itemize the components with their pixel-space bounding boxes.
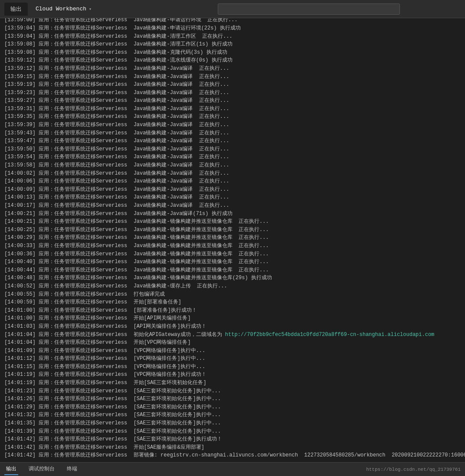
log-line: [13:59:50] 应用：任务管理系统迁移Serverless Java镜像构… [4, 145, 461, 153]
log-line: [13:59:00] 应用：任务管理系统迁移Serverless Java镜像构… [4, 18, 461, 24]
log-line: [14:00:48] 应用：任务管理系统迁移Serverless Java镜像构… [4, 274, 461, 282]
bottom-bar: 输出 调试控制台 终端 https://blog.csdn.net/qq_217… [0, 462, 465, 476]
log-line: [14:00:59] 应用：任务管理系统迁移Serverless 开始[部署准备… [4, 298, 461, 306]
log-line: [14:01:23] 应用：任务管理系统迁移Serverless [SAE三套环… [4, 387, 461, 395]
cloud-workbench-label: Cloud Workbench [36, 6, 86, 12]
log-line: [14:00:21] 应用：任务管理系统迁移Serverless Java镜像构… [4, 218, 461, 226]
log-line: [14:01:32] 应用：任务管理系统迁移Serverless [SAE三套环… [4, 411, 461, 419]
bottom-url: https://blog.csdn.net/qq_21739761 [366, 467, 461, 472]
tab-output[interactable]: 输出 [4, 3, 28, 16]
log-line: [14:01:35] 应用：任务管理系统迁移Serverless [SAE三套环… [4, 419, 461, 427]
log-line: [13:59:43] 应用：任务管理系统迁移Serverless Java镜像构… [4, 129, 461, 137]
log-line: [14:00:29] 应用：任务管理系统迁移Serverless Java镜像构… [4, 234, 461, 242]
chevron-down-icon: ▾ [89, 7, 92, 12]
log-line: [14:00:17] 应用：任务管理系统迁移Serverless Java镜像构… [4, 202, 461, 210]
log-line: [14:01:04] 应用：任务管理系统迁移Serverless 初始化APIG… [4, 331, 461, 339]
log-line: [14:01:19] 应用：任务管理系统迁移Serverless 开始[SAE三… [4, 379, 461, 387]
bottom-tab-debug[interactable]: 调试控制台 [27, 463, 56, 475]
log-line: [13:59:23] 应用：任务管理系统迁移Serverless Java镜像构… [4, 89, 461, 97]
log-line: [14:01:39] 应用：任务管理系统迁移Serverless [SAE三套环… [4, 427, 461, 436]
log-line: [13:59:35] 应用：任务管理系统迁移Serverless Java镜像构… [4, 113, 461, 121]
log-line: [14:00:40] 应用：任务管理系统迁移Serverless Java镜像构… [4, 258, 461, 266]
log-line: [13:59:08] 应用：任务管理系统迁移Serverless Java镜像构… [4, 40, 461, 49]
log-line: [13:59:04] 应用：任务管理系统迁移Serverless Java镜像构… [4, 24, 461, 33]
log-line: [14:01:15] 应用：任务管理系统迁移Serverless [VPC网络编… [4, 363, 461, 371]
bottom-tab-terminal[interactable]: 终端 [65, 463, 79, 475]
log-line: [13:59:39] 应用：任务管理系统迁移Serverless Java镜像构… [4, 121, 461, 129]
log-line: [14:00:25] 应用：任务管理系统迁移Serverless Java镜像构… [4, 226, 461, 234]
log-line: [13:59:19] 应用：任务管理系统迁移Serverless Java镜像构… [4, 81, 461, 89]
log-line: [14:01:19] 应用：任务管理系统迁移Serverless [VPC网络编… [4, 371, 461, 379]
log-line: [14:00:02] 应用：任务管理系统迁移Serverless Java镜像构… [4, 170, 461, 178]
log-line: [14:00:33] 应用：任务管理系统迁移Serverless Java镜像构… [4, 242, 461, 250]
log-output: 开始部署...发送部署任务完成...[13:58:38] 应用：任务管理系统迁移… [0, 18, 465, 462]
tab-output-label: 输出 [10, 5, 22, 13]
log-line: [14:01:00] 应用：任务管理系统迁移Serverless 开始[API网… [4, 314, 461, 323]
bottom-tabs: 输出 调试控制台 终端 [4, 463, 79, 475]
log-line: [13:59:15] 应用：任务管理系统迁移Serverless Java镜像构… [4, 73, 461, 81]
log-line: [14:00:06] 应用：任务管理系统迁移Serverless Java镜像构… [4, 177, 461, 186]
log-line: [13:59:54] 应用：任务管理系统迁移Serverless Java镜像构… [4, 153, 461, 161]
log-line: [14:00:44] 应用：任务管理系统迁移Serverless Java镜像构… [4, 266, 461, 274]
log-line: [13:59:08] 应用：任务管理系统迁移Serverless Java镜像构… [4, 49, 461, 57]
title-bar: 输出 Cloud Workbench ▾ [0, 0, 465, 18]
log-line: [14:00:13] 应用：任务管理系统迁移Serverless Java镜像构… [4, 193, 461, 202]
log-line: [14:01:12] 应用：任务管理系统迁移Serverless [VPC网络编… [4, 355, 461, 363]
search-bar[interactable] [218, 3, 400, 15]
log-line: [14:01:29] 应用：任务管理系统迁移Serverless [SAE三套环… [4, 403, 461, 411]
bottom-tab-output[interactable]: 输出 [4, 463, 18, 475]
log-line: [13:59:12] 应用：任务管理系统迁移Serverless Java镜像构… [4, 65, 461, 73]
log-line: [13:59:47] 应用：任务管理系统迁移Serverless Java镜像构… [4, 137, 461, 145]
log-line: [14:00:09] 应用：任务管理系统迁移Serverless Java镜像构… [4, 186, 461, 194]
log-line: [13:59:04] 应用：任务管理系统迁移Serverless Java镜像构… [4, 33, 461, 41]
tab-cloud-workbench[interactable]: Cloud Workbench ▾ [29, 3, 98, 15]
log-line: [13:59:58] 应用：任务管理系统迁移Serverless Java镜像构… [4, 161, 461, 170]
log-line: [14:01:42] 应用：任务管理系统迁移Serverless [SAE三套环… [4, 435, 461, 443]
log-line: [13:59:31] 应用：任务管理系统迁移Serverless Java镜像构… [4, 105, 461, 113]
log-line: [14:01:09] 应用：任务管理系统迁移Serverless [VPC网络编… [4, 347, 461, 355]
log-line: [14:01:26] 应用：任务管理系统迁移Serverless [SAE三套环… [4, 395, 461, 403]
log-line: [14:00:52] 应用：任务管理系统迁移Serverless Java镜像构… [4, 282, 461, 290]
log-line: [14:01:00] 应用：任务管理系统迁移Serverless [部署准备任务… [4, 306, 461, 315]
log-line: [14:00:36] 应用：任务管理系统迁移Serverless Java镜像构… [4, 250, 461, 258]
log-line: [14:01:03] 应用：任务管理系统迁移Serverless [API网关编… [4, 323, 461, 331]
log-line: [14:01:42] 应用：任务管理系统迁移Serverless 部署镜像: r… [4, 451, 461, 460]
log-line: [14:00:55] 应用：任务管理系统迁移Serverless 打包编译完成 [4, 290, 461, 299]
log-line: [13:59:12] 应用：任务管理系统迁移Serverless Java镜像构… [4, 56, 461, 65]
log-line: [14:00:21] 应用：任务管理系统迁移Serverless Java镜像构… [4, 210, 461, 218]
log-line: [14:01:42] 应用：任务管理系统迁移Serverless 开始[SAE服… [4, 443, 461, 452]
log-line: [14:01:04] 应用：任务管理系统迁移Serverless 开始[VPC网… [4, 339, 461, 347]
log-line: [13:59:27] 应用：任务管理系统迁移Serverless Java镜像构… [4, 97, 461, 105]
